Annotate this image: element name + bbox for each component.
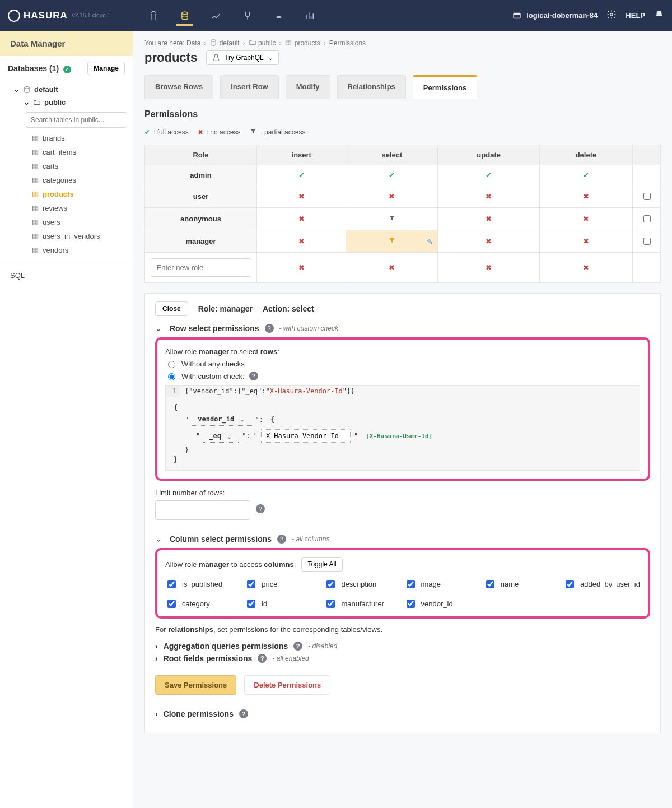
search-tables-input[interactable] [26, 112, 127, 128]
column-checkbox[interactable] [486, 580, 494, 588]
events-icon[interactable] [270, 7, 287, 24]
project-selector[interactable]: logical-doberman-84 [512, 11, 598, 21]
sidebar-table-item[interactable]: users [0, 215, 133, 229]
actions-icon[interactable] [208, 7, 225, 24]
sql-nav[interactable]: SQL [0, 263, 133, 287]
row-permissions-header[interactable]: ⌄ Row select permissions ? - with custom… [155, 324, 650, 333]
monitoring-icon[interactable] [302, 7, 319, 24]
without-checks-option[interactable]: Without any checks [165, 359, 640, 368]
tab-browse-rows[interactable]: Browse Rows [144, 75, 213, 99]
column-checkbox[interactable] [407, 600, 415, 608]
column-checkbox-description[interactable]: description [324, 578, 394, 590]
column-checkbox[interactable] [247, 600, 255, 608]
sidebar-table-item[interactable]: brands [0, 131, 133, 145]
column-checkbox-is_published[interactable]: is_published [165, 578, 235, 590]
help-icon[interactable]: ? [265, 324, 274, 333]
permission-cell[interactable]: ✖ [539, 185, 632, 208]
help-link[interactable]: HELP [626, 11, 645, 20]
permission-cell[interactable]: ✖ [438, 185, 539, 208]
settings-icon[interactable] [606, 10, 617, 21]
tab-insert-row[interactable]: Insert Row [220, 75, 278, 99]
remote-schemas-icon[interactable] [239, 7, 256, 24]
permission-cell[interactable]: ✔ [539, 165, 632, 185]
column-checkbox[interactable] [326, 600, 335, 608]
column-permissions-header[interactable]: ⌄ Column select permissions ? - all colu… [155, 535, 650, 544]
permission-cell[interactable]: ✖ [539, 253, 632, 283]
tab-permissions[interactable]: Permissions [413, 75, 477, 99]
permission-cell[interactable]: ✔ [257, 165, 346, 185]
permission-cell[interactable]: ✖ [346, 253, 438, 283]
aggregation-permissions-row[interactable]: › Aggregation queries permissions ? - di… [155, 642, 650, 651]
permission-cell[interactable]: ✖ [438, 253, 539, 283]
limit-input[interactable] [155, 500, 250, 520]
close-button[interactable]: Close [155, 301, 188, 316]
sidebar-table-item[interactable]: reviews [0, 201, 133, 215]
column-checkbox-image[interactable]: image [404, 578, 474, 590]
help-icon[interactable]: ? [258, 654, 267, 663]
permission-cell[interactable]: ✖ [257, 230, 346, 253]
permission-cell[interactable]: ✎ [346, 230, 438, 253]
column-checkbox[interactable] [407, 580, 415, 588]
sidebar-table-item[interactable]: categories [0, 173, 133, 187]
bulk-select-cell[interactable] [633, 208, 661, 230]
pencil-icon[interactable]: ✎ [427, 237, 433, 245]
sidebar-table-item[interactable]: carts [0, 159, 133, 173]
filter-field-selector[interactable]: vendor_id ⌄ [192, 413, 251, 426]
filter-value-input[interactable] [261, 429, 351, 443]
column-checkbox-name[interactable]: name [484, 578, 553, 590]
bulk-select-checkbox[interactable] [643, 238, 651, 245]
breadcrumb-item[interactable]: Data [186, 39, 200, 47]
column-checkbox-category[interactable]: category [165, 598, 235, 610]
custom-check-radio[interactable] [168, 373, 175, 380]
filter-op-selector[interactable]: _eq ⌄ [203, 430, 239, 443]
column-checkbox[interactable] [566, 580, 574, 588]
data-tab-icon[interactable] [176, 9, 193, 26]
column-checkbox[interactable] [326, 580, 335, 588]
schema-node[interactable]: ⌄ public [0, 96, 133, 109]
breadcrumb-item[interactable]: public [249, 39, 276, 47]
column-checkbox-added_by_user_id[interactable]: added_by_user_id [563, 578, 640, 590]
notifications-icon[interactable] [654, 10, 664, 21]
custom-check-option[interactable]: With custom check: ? [165, 372, 640, 380]
permission-cell[interactable]: ✖ [438, 208, 539, 230]
permission-cell[interactable]: ✖ [346, 185, 438, 208]
help-icon[interactable]: ? [239, 709, 248, 718]
hasura-logo[interactable]: HASURA [8, 10, 68, 22]
filter-code-editor[interactable]: 1 {"vendor_id":{"_eq":"X-Hasura-Vendor-I… [165, 385, 640, 471]
toggle-all-button[interactable]: Toggle All [301, 557, 342, 572]
session-var-hint[interactable]: [X-Hasura-User-Id] [366, 433, 432, 440]
sidebar-table-item[interactable]: users_in_vendors [0, 229, 133, 243]
breadcrumb-item[interactable]: products [284, 39, 320, 47]
bulk-select-cell[interactable] [633, 230, 661, 253]
tab-modify[interactable]: Modify [286, 75, 330, 99]
column-checkbox[interactable] [167, 600, 176, 608]
save-permissions-button[interactable]: Save Permissions [155, 675, 236, 695]
breadcrumb-item[interactable]: default [209, 39, 239, 47]
api-explorer-icon[interactable] [145, 7, 162, 24]
column-checkbox-id[interactable]: id [245, 598, 314, 610]
sidebar-table-item[interactable]: vendors [0, 243, 133, 257]
sidebar-table-item[interactable]: products [0, 187, 133, 201]
column-checkbox-manufacturer[interactable]: manufacturer [324, 598, 394, 610]
permission-cell[interactable]: ✖ [438, 230, 539, 253]
bulk-select-checkbox[interactable] [643, 215, 651, 222]
help-icon[interactable]: ? [277, 535, 286, 544]
permission-cell[interactable]: ✖ [257, 185, 346, 208]
manage-button[interactable]: Manage [87, 62, 125, 75]
bulk-select-checkbox[interactable] [643, 193, 651, 200]
column-checkbox[interactable] [247, 580, 255, 588]
column-checkbox-vendor_id[interactable]: vendor_id [404, 598, 474, 610]
column-checkbox-price[interactable]: price [245, 578, 314, 590]
root-fields-permissions-row[interactable]: › Root fields permissions ? - all enable… [155, 654, 650, 663]
delete-permissions-button[interactable]: Delete Permissions [244, 675, 330, 695]
column-checkbox[interactable] [167, 580, 176, 588]
permission-cell[interactable]: ✖ [257, 208, 346, 230]
without-checks-radio[interactable] [168, 361, 175, 368]
permission-cell[interactable]: ✖ [539, 208, 632, 230]
permission-cell[interactable]: ✔ [438, 165, 539, 185]
tab-relationships[interactable]: Relationships [337, 75, 406, 99]
help-icon[interactable]: ? [293, 642, 302, 651]
new-role-input[interactable] [151, 258, 251, 277]
sidebar-table-item[interactable]: cart_items [0, 145, 133, 159]
permission-cell[interactable]: ✔ [346, 165, 438, 185]
